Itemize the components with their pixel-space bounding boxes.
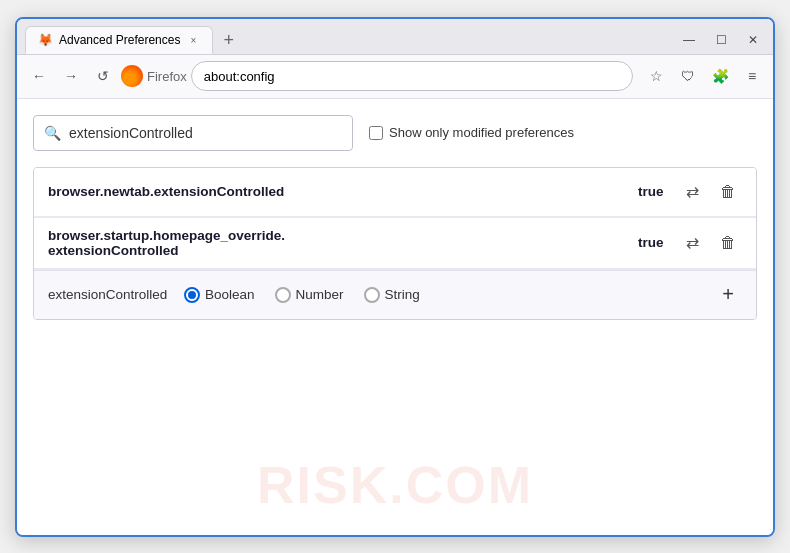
back-button[interactable]: ← <box>25 62 53 90</box>
firefox-tab-icon: 🦊 <box>38 33 53 47</box>
add-pref-button[interactable]: + <box>714 281 742 309</box>
toggle-arrows-icon-2: ⇄ <box>686 233 699 252</box>
pref-delete-newtab[interactable]: 🗑 <box>714 178 742 206</box>
maximize-button[interactable]: ☐ <box>709 30 733 50</box>
minimize-button[interactable]: — <box>677 30 701 50</box>
string-radio-circle[interactable] <box>364 287 380 303</box>
string-label: String <box>385 287 420 302</box>
search-input[interactable] <box>69 125 342 141</box>
menu-button[interactable]: ≡ <box>739 63 765 89</box>
type-number-option[interactable]: Number <box>275 287 344 303</box>
pref-row-startup[interactable]: browser.startup.homepage_override. exten… <box>34 218 756 270</box>
new-pref-name-label: extensionControlled <box>48 287 168 302</box>
delete-icon-2: 🗑 <box>720 234 736 252</box>
toggle-arrows-icon: ⇄ <box>686 182 699 201</box>
new-pref-row: extensionControlled Boolean Number Strin… <box>34 270 756 319</box>
browser-window: 🦊 Advanced Preferences × + — ☐ ✕ ← → ↺ F… <box>15 17 775 537</box>
pref-name-startup: browser.startup.homepage_override. exten… <box>48 228 626 258</box>
reload-button[interactable]: ↺ <box>89 62 117 90</box>
new-tab-button[interactable]: + <box>217 29 240 51</box>
show-modified-text: Show only modified preferences <box>389 125 574 140</box>
firefox-logo <box>121 65 143 87</box>
pref-delete-startup[interactable]: 🗑 <box>714 229 742 257</box>
pref-actions-newtab: ⇄ 🗑 <box>678 178 742 206</box>
pref-toggle-startup[interactable]: ⇄ <box>678 229 706 257</box>
bookmark-button[interactable]: ☆ <box>643 63 669 89</box>
extension-button[interactable]: 🧩 <box>707 63 733 89</box>
browser-name-label: Firefox <box>147 69 187 84</box>
preferences-table: browser.newtab.extensionControlled true … <box>33 167 757 320</box>
tab-close-btn[interactable]: × <box>186 33 200 47</box>
nav-icons-group: ☆ 🛡 🧩 ≡ <box>643 63 765 89</box>
search-row: 🔍 Show only modified preferences <box>33 115 757 151</box>
pref-actions-startup: ⇄ 🗑 <box>678 229 742 257</box>
type-boolean-option[interactable]: Boolean <box>184 287 255 303</box>
window-controls: — ☐ ✕ <box>677 30 765 50</box>
pref-name-newtab: browser.newtab.extensionControlled <box>48 184 626 199</box>
pref-row-newtab[interactable]: browser.newtab.extensionControlled true … <box>34 168 756 218</box>
delete-icon: 🗑 <box>720 183 736 201</box>
boolean-label: Boolean <box>205 287 255 302</box>
pref-value-newtab: true <box>638 184 678 199</box>
address-bar[interactable]: about:config <box>191 61 633 91</box>
pref-toggle-newtab[interactable]: ⇄ <box>678 178 706 206</box>
navigation-bar: ← → ↺ Firefox about:config ☆ 🛡 🧩 ≡ <box>17 55 773 99</box>
number-label: Number <box>296 287 344 302</box>
watermark: RISK.COM <box>257 455 533 515</box>
forward-button[interactable]: → <box>57 62 85 90</box>
show-modified-checkbox[interactable] <box>369 126 383 140</box>
shield-button[interactable]: 🛡 <box>675 63 701 89</box>
type-string-option[interactable]: String <box>364 287 420 303</box>
tab-label: Advanced Preferences <box>59 33 180 47</box>
search-icon: 🔍 <box>44 125 61 141</box>
address-url: about:config <box>204 69 275 84</box>
search-box[interactable]: 🔍 <box>33 115 353 151</box>
close-button[interactable]: ✕ <box>741 30 765 50</box>
number-radio-circle[interactable] <box>275 287 291 303</box>
show-modified-label[interactable]: Show only modified preferences <box>369 125 574 140</box>
page-content: RISK.COM 🔍 Show only modified preference… <box>17 99 773 535</box>
type-radio-group: Boolean Number String <box>184 287 698 303</box>
boolean-radio-circle[interactable] <box>184 287 200 303</box>
active-tab[interactable]: 🦊 Advanced Preferences × <box>25 26 213 54</box>
title-bar: 🦊 Advanced Preferences × + — ☐ ✕ <box>17 19 773 55</box>
pref-value-startup: true <box>638 235 678 250</box>
